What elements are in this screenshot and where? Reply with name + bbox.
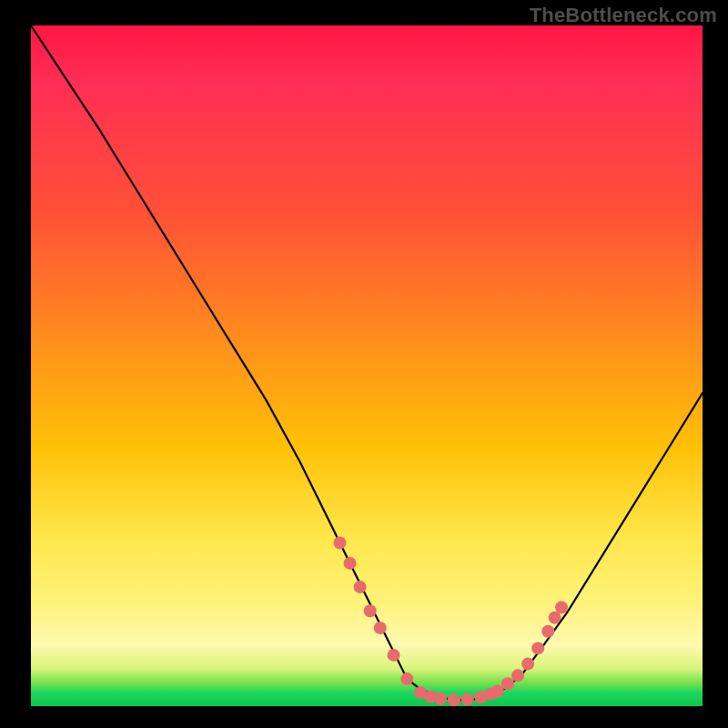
highlight-point (461, 693, 474, 706)
highlight-point (364, 604, 377, 617)
highlight-point (400, 672, 413, 685)
highlight-point (333, 536, 346, 549)
highlight-point (521, 658, 534, 671)
highlight-markers (333, 536, 568, 706)
bottleneck-curve (31, 25, 703, 700)
highlight-point (448, 693, 460, 706)
highlight-point (491, 685, 504, 698)
highlight-point (531, 642, 544, 654)
watermark-text: TheBottleneck.com (530, 4, 717, 27)
highlight-point (434, 693, 447, 705)
highlight-point (541, 625, 554, 638)
highlight-point (374, 622, 387, 634)
highlight-point (501, 677, 514, 690)
curve-layer (31, 25, 703, 706)
chart-frame: TheBottleneck.com (0, 0, 728, 728)
plot-area (31, 25, 703, 706)
highlight-point (511, 669, 524, 682)
highlight-point (354, 581, 367, 593)
highlight-point (555, 602, 568, 614)
highlight-point (388, 649, 400, 662)
highlight-point (344, 557, 357, 570)
